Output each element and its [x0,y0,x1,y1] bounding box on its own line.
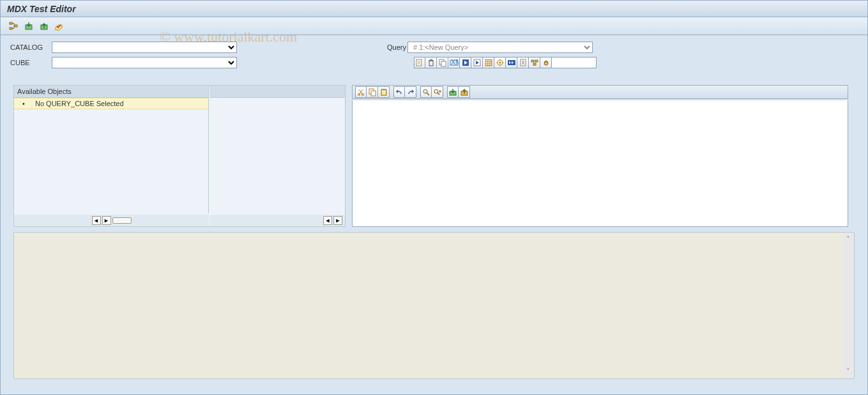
scroll-right-icon[interactable]: ► [333,216,342,225]
settings-icon[interactable] [494,57,506,68]
scroll-down-icon[interactable]: ˅ [846,368,850,376]
svg-rect-27 [383,89,385,90]
cut-icon[interactable] [355,86,367,98]
app-window: © www.tutorialkart.com MDX Test Editor C… [0,0,868,395]
find-next-icon[interactable] [432,86,443,98]
import-icon[interactable] [22,20,35,33]
editor-panel [352,85,848,227]
scroll-handle[interactable] [112,217,132,224]
grid-icon[interactable] [483,57,494,68]
svg-rect-6 [429,61,433,66]
new-query-icon[interactable] [414,57,425,68]
output-scrollbar: ˄ ˅ [842,233,854,378]
execute-icon[interactable] [471,57,483,68]
content-area: CATALOG CUBE Query # 1:<New Query> X [1,35,867,379]
svg-rect-0 [10,22,12,24]
catalog-select[interactable] [52,42,237,53]
xml-icon[interactable]: XML [448,57,460,68]
flatten-icon[interactable] [529,57,540,68]
objects-scrollbar: ◄ ► [14,215,209,226]
editor-toolbar [352,85,848,99]
svg-rect-20 [533,63,536,65]
objects-header: Available Objects [14,86,208,98]
export-icon[interactable] [38,20,50,33]
svg-line-31 [438,93,439,95]
svg-line-29 [427,93,429,95]
available-objects-panel: Available Objects • No QUERY_CUBE Select… [14,86,209,213]
execute-blue-icon[interactable] [460,57,471,68]
query-toolbar-input[interactable] [552,57,597,68]
query-select[interactable]: # 1:<New Query> [407,42,593,53]
copy-query-icon[interactable] [437,57,448,68]
objects-empty-text: No QUERY_CUBE Selected [30,100,124,107]
objects-empty-row: • No QUERY_CUBE Selected [14,98,208,109]
doc-icon[interactable] [517,57,529,68]
scroll-left-icon[interactable]: ◄ [323,216,332,225]
catalog-label: CATALOG [10,43,52,51]
svg-rect-1 [10,27,12,29]
svg-rect-26 [381,89,386,95]
copy-icon[interactable] [367,86,378,98]
bullet-icon: • [17,100,30,107]
undo-icon[interactable] [393,86,405,98]
cube-label: CUBE [10,59,52,66]
scroll-left-icon[interactable]: ◄ [92,216,101,225]
query-toolbar: XML [414,57,858,68]
svg-text:XML: XML [451,58,459,66]
scroll-right-icon[interactable]: ► [102,216,111,225]
objects-details-panel [209,86,345,213]
cube-select[interactable] [52,57,237,68]
details-scrollbar: ◄ ► [209,215,345,226]
details-header [209,86,345,98]
load-icon[interactable] [447,86,459,98]
run-fwd-icon[interactable] [506,57,517,68]
mdx-editor[interactable] [352,100,848,227]
paste-icon[interactable] [378,86,390,98]
scroll-up-icon[interactable]: ˄ [846,235,850,244]
svg-point-15 [499,62,501,64]
tree-icon[interactable] [7,20,20,33]
application-toolbar [1,17,867,35]
objects-container: Available Objects • No QUERY_CUBE Select… [13,85,346,227]
find-icon[interactable] [420,86,432,98]
svg-rect-18 [531,60,534,62]
output-panel: ˄ ˅ [13,232,855,379]
query-label: Query [387,43,407,51]
title-bar: MDX Test Editor [1,1,867,17]
svg-rect-25 [371,91,376,96]
delete-icon[interactable] [425,57,437,68]
debug-icon[interactable] [540,57,552,68]
svg-rect-2 [15,25,17,27]
edit-check-icon[interactable] [53,20,66,33]
page-title: MDX Test Editor [7,4,76,14]
svg-rect-8 [441,61,446,66]
redo-icon[interactable] [405,86,416,98]
svg-rect-19 [535,60,538,62]
save-icon[interactable] [459,86,470,98]
